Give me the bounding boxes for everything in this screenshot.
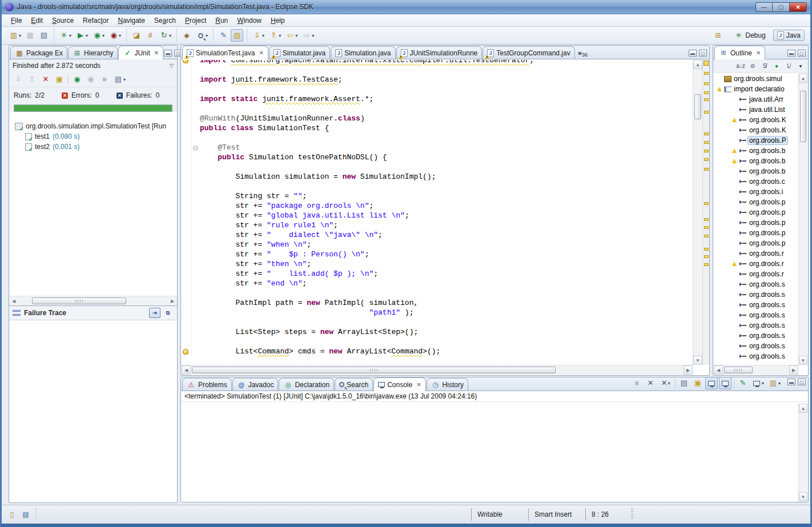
scroll-right-arrow[interactable]: ▶ xyxy=(684,365,693,375)
hide-local-types-button[interactable]: L̸ xyxy=(783,61,794,71)
outline-item[interactable]: org.drools.s xyxy=(714,351,798,361)
scroll-left-arrow[interactable]: ◀ xyxy=(182,365,191,375)
menu-run[interactable]: Run xyxy=(211,15,232,26)
new-wizard-lightning-button[interactable]: ◪ xyxy=(130,29,143,42)
scrollbar-thumb[interactable] xyxy=(32,297,126,304)
dropdown-arrow-icon[interactable]: ▾ xyxy=(295,33,298,38)
java-perspective-button[interactable]: JJava xyxy=(773,30,805,41)
scroll-right-arrow[interactable]: ▶ xyxy=(789,365,798,375)
outline-item[interactable]: org.drools.p xyxy=(714,207,798,218)
warning-mark[interactable] xyxy=(704,218,709,221)
warning-mark[interactable] xyxy=(704,255,709,258)
test-row[interactable]: ✓test1(0.080 s) xyxy=(15,131,175,142)
minimize-view-button[interactable]: ▬ xyxy=(787,379,795,385)
rerun-failed-button[interactable]: ◉ xyxy=(85,73,97,86)
dropdown-arrow-icon[interactable]: ▾ xyxy=(69,33,71,38)
warning-mark[interactable] xyxy=(704,132,709,135)
tab-hierarchy[interactable]: ⊞Hierarchy xyxy=(68,46,118,59)
rerun-test-button[interactable]: ◉ xyxy=(71,73,83,86)
menu-refactor[interactable]: Refactor xyxy=(78,15,113,26)
next-annotation-button[interactable]: ⇓▾ xyxy=(251,29,266,42)
view-menu-button[interactable]: ▾ xyxy=(795,61,806,71)
outline-item[interactable]: org.drools.K xyxy=(714,125,798,135)
sort-button[interactable]: a↓z xyxy=(735,61,746,71)
fold-collapse-icon[interactable]: – xyxy=(193,146,198,151)
dropdown-arrow-icon[interactable]: ▾ xyxy=(86,33,88,38)
menu-file[interactable]: File xyxy=(6,15,26,26)
outline-item[interactable]: org.drools.simul xyxy=(714,74,798,84)
tab-simulationtest-java[interactable]: JSimulationTest.java✕ xyxy=(182,46,268,59)
tab-console[interactable]: Console✕ xyxy=(373,377,425,391)
minimize-view-button[interactable]: ▬ xyxy=(787,50,795,57)
menu-search[interactable]: Search xyxy=(150,15,180,26)
outline-item[interactable]: org.drools.s xyxy=(714,331,798,341)
dropdown-arrow-icon[interactable]: ▾ xyxy=(312,33,314,38)
scrollbar-thumb[interactable] xyxy=(192,367,556,373)
outline-hscrollbar[interactable]: ◀ ▶ xyxy=(714,365,798,375)
hide-nonpublic-button[interactable]: ● xyxy=(771,61,782,71)
debug-button[interactable]: ✳▾ xyxy=(58,29,73,42)
last-edit-button[interactable]: ✎ xyxy=(217,29,230,42)
outline-item[interactable]: org.drools.p xyxy=(714,197,798,207)
dropdown-arrow-icon[interactable]: ▾ xyxy=(206,33,208,38)
editor-hscrollbar[interactable]: ◀ ▶ xyxy=(182,365,693,375)
compare-result-button[interactable]: ⇥ xyxy=(149,308,160,318)
editor-vscrollbar[interactable]: ▲ ▼ xyxy=(693,60,702,365)
menu-window[interactable]: Window xyxy=(232,15,266,26)
outline-item[interactable]: org.drools.s xyxy=(714,310,798,320)
tab-history[interactable]: ◷History xyxy=(427,378,468,391)
dropdown-arrow-icon[interactable]: ▾ xyxy=(119,33,121,38)
outline-item[interactable]: org.drools.K xyxy=(714,115,798,125)
outline-item[interactable]: org.drools.s xyxy=(714,341,798,351)
minimize-view-button[interactable]: ▬ xyxy=(689,50,697,57)
test-history-button[interactable]: ▤▾ xyxy=(112,73,127,86)
outline-item[interactable]: org.drools.r xyxy=(714,248,798,259)
outline-item[interactable]: org.drools.r xyxy=(714,259,798,269)
tab-outline[interactable]: ⊞ Outline ✕ xyxy=(714,46,765,59)
scroll-lock-button[interactable]: ▣ xyxy=(692,377,704,389)
tab-javadoc[interactable]: @Javadoc xyxy=(232,378,279,391)
warning-mark[interactable] xyxy=(704,226,709,229)
warning-mark[interactable] xyxy=(704,248,709,251)
scroll-right-arrow[interactable]: ▶ xyxy=(168,296,177,305)
stack-filter-button[interactable]: ⧉ xyxy=(162,308,174,318)
close-button[interactable]: ✕ xyxy=(790,2,807,12)
dropdown-arrow-icon[interactable]: ▾ xyxy=(102,33,104,38)
menu-source[interactable]: Source xyxy=(47,15,78,26)
warning-mark[interactable] xyxy=(704,263,709,266)
terminate-button[interactable]: ■ xyxy=(630,377,643,389)
warning-mark[interactable] xyxy=(704,150,709,152)
outline-item[interactable]: org.drools.s xyxy=(714,300,798,310)
outline-vscrollbar[interactable]: ▲ ▼ xyxy=(798,74,807,365)
next-failure-button[interactable]: ⇩ xyxy=(12,73,25,86)
outline-item[interactable]: org.drools.s xyxy=(714,289,798,300)
menu-help[interactable]: Help xyxy=(266,15,290,26)
warning-mark[interactable] xyxy=(704,202,709,205)
menu-navigate[interactable]: Navigate xyxy=(113,15,149,26)
scroll-lock-button[interactable]: ▣ xyxy=(53,73,66,86)
scroll-left-arrow[interactable]: ◀ xyxy=(714,365,723,375)
dropdown-arrow-icon[interactable]: ▾ xyxy=(169,33,171,38)
back-button[interactable]: ⇦▾ xyxy=(284,29,299,42)
overview-ruler[interactable] xyxy=(702,60,709,365)
close-tab-icon[interactable]: ✕ xyxy=(756,50,761,56)
pin-console-button[interactable]: ✎ xyxy=(737,377,749,389)
junit-hscrollbar[interactable]: ◀ ▶ xyxy=(9,296,177,305)
display-console-button[interactable]: ▾ xyxy=(750,377,766,389)
previous-annotation-button[interactable]: ⇑▾ xyxy=(267,29,283,42)
forward-button[interactable]: ⇨▾ xyxy=(300,29,316,42)
overview-ruler-header[interactable] xyxy=(704,61,709,66)
remove-launch-button[interactable]: ✕ xyxy=(644,377,657,389)
hide-fields-button[interactable]: ⊘ xyxy=(747,61,758,71)
minimize-view-button[interactable]: ▬ xyxy=(164,50,172,57)
warning-mark[interactable] xyxy=(704,98,709,101)
scroll-down-arrow[interactable]: ▼ xyxy=(799,492,807,501)
tab-search[interactable]: Search xyxy=(335,378,373,391)
outline-item[interactable]: org.drools.P xyxy=(714,135,798,146)
remove-all-launches-button[interactable]: ✕✕ xyxy=(658,377,673,389)
scroll-left-arrow[interactable]: ◀ xyxy=(9,296,18,305)
outline-item[interactable]: org.drools.p xyxy=(714,238,798,248)
warning-mark[interactable] xyxy=(704,82,709,85)
warning-mark[interactable] xyxy=(704,72,709,75)
scroll-up-arrow[interactable]: ▲ xyxy=(799,404,807,413)
